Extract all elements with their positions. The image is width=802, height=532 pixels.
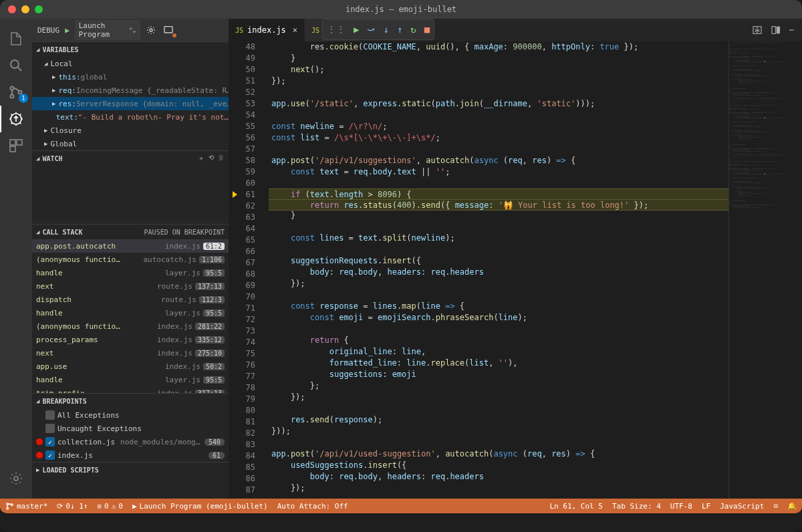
code-line[interactable]: usedSuggestions.insert({: [269, 460, 728, 471]
breakpoint-row[interactable]: ✓index.js61: [32, 448, 229, 462]
code-line[interactable]: res.send(response);: [269, 414, 728, 426]
encoding[interactable]: UTF-8: [670, 502, 692, 511]
code-line[interactable]: original_line: line,: [269, 346, 728, 358]
scm-icon[interactable]: 1: [0, 79, 32, 106]
checkbox-icon[interactable]: [45, 410, 55, 420]
variables-section[interactable]: ◢Variables: [32, 42, 229, 57]
breakpoint-uncaught-exceptions[interactable]: Uncaught Exceptions: [32, 422, 229, 435]
breakpoint-all-exceptions[interactable]: All Exceptions: [32, 408, 229, 422]
code-line[interactable]: app.use('/static', express.static(path.j…: [269, 98, 728, 110]
restart-button[interactable]: ↻: [410, 24, 416, 35]
remove-watch-icon[interactable]: 🗑: [218, 154, 225, 163]
debug-settings-icon[interactable]: [144, 23, 158, 37]
collapse-watch-icon[interactable]: ⟲: [209, 154, 214, 163]
eol[interactable]: LF: [702, 502, 710, 511]
feedback-icon[interactable]: ☺: [773, 502, 778, 511]
code-line[interactable]: }));: [269, 426, 728, 437]
debug-icon[interactable]: [0, 106, 32, 132]
code-line[interactable]: if (text.length > 8096) {: [269, 188, 728, 200]
search-icon[interactable]: [0, 52, 32, 79]
callstack-frame[interactable]: nextindex.js275:10: [32, 346, 229, 360]
debug-toolbar[interactable]: ⋮⋮ ▶ ⤻ ↓ ↑ ↻ ■: [322, 19, 434, 40]
code-line[interactable]: const list = /\s*[\-\*\+\-\-]+\s*/;: [269, 132, 728, 144]
code-line[interactable]: [269, 403, 728, 414]
watch-section[interactable]: ◢Watch ＋ ⟲ 🗑: [32, 151, 229, 166]
breakpoints-section[interactable]: ◢Breakpoints: [32, 394, 229, 408]
tab-size[interactable]: Tab Size: 4: [612, 502, 661, 511]
step-into-button[interactable]: ↓: [383, 24, 388, 35]
git-branch[interactable]: master*: [5, 502, 47, 511]
code-line[interactable]: const emoji = emojiSearch.phraseSearch(l…: [269, 312, 728, 323]
code-line[interactable]: app.post('/api/v1/used-suggestion', auto…: [269, 448, 728, 460]
breakpoint-row[interactable]: ✓collection.jsnode_modules/mong…540: [32, 435, 229, 448]
step-out-button[interactable]: ↑: [397, 24, 402, 35]
code-line[interactable]: const response = lines.map(line => {: [269, 301, 728, 312]
minimap[interactable]: res.cookie(COOKIE_NAME, uuid(), { maxAge…: [728, 41, 802, 499]
code-line[interactable]: body: req.body, headers: req.headers: [269, 267, 728, 278]
checkbox-icon[interactable]: ✓: [45, 450, 55, 460]
code-line[interactable]: });: [269, 76, 728, 87]
explorer-icon[interactable]: [0, 25, 32, 52]
notifications-icon[interactable]: 🔔: [787, 502, 797, 511]
code-line[interactable]: body: req.body, headers: req.headers: [269, 471, 728, 483]
debug-console-icon[interactable]: [162, 23, 175, 37]
auto-attach[interactable]: Auto Attach: Off: [277, 502, 348, 511]
code-line[interactable]: formatted_line: line.replace(list, ''),: [269, 358, 728, 369]
code-line[interactable]: next();: [269, 64, 728, 76]
code-line[interactable]: return {: [269, 335, 728, 346]
code-line[interactable]: });: [269, 392, 728, 403]
launch-config-select[interactable]: Launch Program⌃⌄: [75, 20, 140, 40]
settings-gear-icon[interactable]: [0, 465, 32, 492]
close-window-button[interactable]: [8, 5, 16, 13]
scope-closure[interactable]: ▶Closure: [32, 124, 229, 137]
variable-item[interactable]: ▶this: global: [32, 70, 229, 84]
callstack-frame[interactable]: dispatchroute.js112:3: [32, 293, 229, 306]
code-line[interactable]: [269, 178, 728, 189]
language-mode[interactable]: JavaScript: [720, 502, 764, 511]
callstack-frame[interactable]: handlelayer.js95:5: [32, 373, 229, 386]
code-line[interactable]: const lines = text.split(newline);: [269, 233, 728, 244]
code-line[interactable]: });: [269, 483, 728, 494]
code-line[interactable]: [269, 87, 728, 98]
code-line[interactable]: [269, 144, 728, 155]
code-line[interactable]: return res.status(400).send({ message: '…: [269, 199, 728, 211]
callstack-frame[interactable]: process_paramsindex.js335:12: [32, 333, 229, 346]
variable-item[interactable]: ▶res: ServerResponse {domain: null, _eve…: [32, 97, 229, 110]
launch-status[interactable]: ▶ Launch Program (emoji-bullet): [132, 502, 268, 511]
variable-item[interactable]: ▶req: IncomingMessage {_readableState: R…: [32, 84, 229, 97]
code-line[interactable]: [269, 437, 728, 448]
code-line[interactable]: [269, 323, 728, 335]
callstack-frame[interactable]: handlelayer.js95:5: [32, 306, 229, 319]
variable-item[interactable]: text: "- Build a robot\n- Pray it's not…: [32, 110, 229, 124]
code-line[interactable]: });: [269, 278, 728, 289]
compare-changes-icon[interactable]: [752, 25, 763, 35]
code-line[interactable]: app.post('/api/v1/suggestions', autocatc…: [269, 155, 728, 166]
code-line[interactable]: const newline = /\r?\n/;: [269, 121, 728, 132]
stop-button[interactable]: ■: [424, 24, 430, 35]
code-line[interactable]: const text = req.body.text || '';: [269, 166, 728, 178]
code-line[interactable]: suggestions: emoji: [269, 369, 728, 380]
continue-button[interactable]: ▶: [354, 24, 359, 35]
more-actions-icon[interactable]: ⋯: [789, 25, 794, 35]
errors-count[interactable]: ⊘ 0 ⚠ 0: [97, 502, 123, 511]
checkbox-icon[interactable]: ✓: [45, 437, 55, 446]
extensions-icon[interactable]: [0, 132, 32, 159]
callstack-frame[interactable]: handlelayer.js95:5: [32, 266, 229, 279]
close-tab-icon[interactable]: ×: [293, 25, 297, 35]
scope-local[interactable]: ◢Local: [32, 57, 229, 70]
code-line[interactable]: }: [269, 210, 728, 221]
code-line[interactable]: }: [269, 53, 728, 64]
loaded-scripts-section[interactable]: ▶Loaded Scripts: [32, 462, 229, 477]
start-debug-button[interactable]: ▶: [63, 25, 71, 36]
add-watch-icon[interactable]: ＋: [198, 154, 205, 163]
sync-status[interactable]: ⟳ 0↓ 1↑: [57, 502, 88, 511]
minimize-window-button[interactable]: [21, 5, 29, 13]
code-line[interactable]: [269, 244, 728, 255]
code-line[interactable]: res.cookie(COOKIE_NAME, uuid(), { maxAge…: [269, 41, 728, 53]
scope-global[interactable]: ▶Global: [32, 137, 229, 150]
code-line[interactable]: suggestionRequests.insert({: [269, 255, 728, 267]
callstack-frame[interactable]: trim_prefixindex.js317:13: [32, 386, 229, 393]
checkbox-icon[interactable]: [45, 424, 55, 433]
code-line[interactable]: [269, 289, 728, 301]
callstack-frame[interactable]: app.post.autocatchindex.js61:2: [32, 239, 229, 253]
